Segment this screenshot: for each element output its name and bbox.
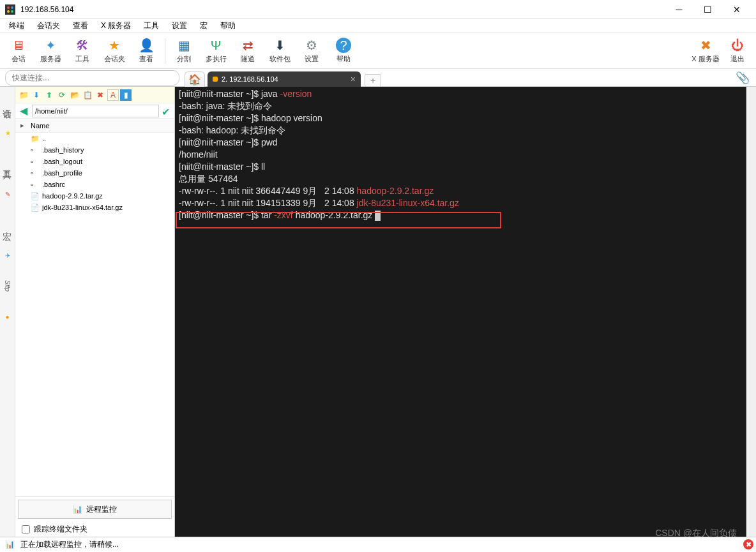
sidestrip-macro[interactable]: 宏 [2,212,13,237]
sftp-upload-icon[interactable]: ⬆ [43,89,55,101]
menu-macro[interactable]: 宏 [193,19,214,33]
sidestrip-tools[interactable]: 工具 [2,151,13,176]
app-icon [5,4,15,15]
main-area: 会话 ★ 工具 ✎ 宏 ✈ Sftp ● 📁 ⬇ ⬆ ⟳ 📂 📋 ✖ A ▮ ◀… [0,87,756,537]
menu-settings[interactable]: 设置 [165,19,193,33]
sftp-file-list: 📁..▫.bash_history▫.bash_logout▫.bash_pro… [15,133,174,496]
session-icon: 🖥 [11,38,26,53]
svg-point-4 [11,10,13,13]
tab-close-button[interactable]: × [351,74,356,84]
sidestrip-sftp[interactable]: Sftp [2,273,13,299]
file-icon: 📄 [31,192,40,200]
sftp-toolbar: 📁 ⬇ ⬆ ⟳ 📂 📋 ✖ A ▮ [15,87,174,103]
maximize-button[interactable]: ☐ [693,0,722,19]
menu-xserver[interactable]: X 服务器 [94,19,137,33]
tool-xserver[interactable]: ✖X 服务器 [690,34,722,68]
svg-point-1 [7,6,10,9]
view-icon: 👤 [139,38,154,53]
file-name: hadoop-2.9.2.tar.gz [42,192,103,200]
sftp-view-a-icon[interactable]: A [107,89,119,101]
follow-terminal-checkbox[interactable]: 跟踪终端文件夹 [15,521,174,537]
close-button[interactable]: ✕ [722,0,751,19]
tool-tunnel[interactable]: ⇄隧道 [232,34,264,68]
side-strip: 会话 ★ 工具 ✎ 宏 ✈ Sftp ● [0,87,15,537]
file-icon: ▫ [31,181,40,188]
file-name: .. [42,135,46,142]
list-item[interactable]: ▫.bash_logout [15,156,174,167]
tool-view[interactable]: 👤查看 [130,34,162,68]
attachment-icon[interactable]: 📎 [736,71,750,85]
sftp-bottom: 📊 远程监控 跟踪终端文件夹 [15,496,174,537]
file-name: .bash_profile [42,169,82,177]
menu-help[interactable]: 帮助 [214,19,242,33]
settings-icon: ⚙ [304,38,319,53]
file-name: .bashrc [42,181,65,188]
tab-active[interactable]: 2. 192.168.56.104 × [208,71,361,87]
svg-point-2 [11,6,13,9]
sidestrip-pen[interactable]: ✎ [2,181,13,207]
monitor-icon: 📊 [73,505,82,514]
tab-new-button[interactable]: + [365,74,381,87]
tab-home[interactable]: 🏠 [185,71,205,87]
sftp-path-input[interactable] [32,105,159,117]
tool-multiexec[interactable]: Ψ多执行 [200,34,232,68]
help-icon: ? [336,38,351,53]
status-error-badge: ✖ [743,539,753,549]
sidestrip-star[interactable]: ★ [2,120,13,145]
file-icon: 📄 [31,204,40,212]
sidestrip-plane[interactable]: ✈ [2,242,13,268]
sftp-copy-icon[interactable]: 📋 [82,89,93,101]
tool-help[interactable]: ?帮助 [328,34,359,68]
sftp-download-icon[interactable]: ⬇ [31,89,42,101]
terminal[interactable]: [niit@niit-master ~]$ java -version -bas… [175,87,746,537]
list-item[interactable]: ▫.bash_history [15,144,174,156]
terminal-scrollbar[interactable] [746,87,756,537]
list-item[interactable]: 📁.. [15,133,174,144]
tool-settings[interactable]: ⚙设置 [296,34,328,68]
sftp-newfolder-icon[interactable]: 📂 [69,89,80,101]
svg-point-3 [7,10,10,13]
terminal-tab-icon [213,77,218,82]
list-item[interactable]: ▫.bashrc [15,179,174,190]
remote-monitor-button[interactable]: 📊 远程监控 [18,500,172,519]
sftp-folder-icon[interactable]: 📁 [18,89,29,101]
tool-exit[interactable]: ⏻退出 [722,34,753,68]
sidestrip-dot[interactable]: ● [2,304,13,329]
sftp-ok-icon: ✔ [162,106,172,116]
toolbar-separator [165,38,165,64]
minimize-button[interactable]: ─ [665,0,693,19]
tunnel-icon: ⇄ [240,38,255,53]
list-item[interactable]: 📄hadoop-2.9.2.tar.gz [15,190,174,202]
packages-icon: ⬇ [272,38,287,53]
tool-sessionfolder[interactable]: ★会话夹 [98,34,130,68]
sftp-view-b-icon[interactable]: ▮ [120,89,132,101]
tool-tools[interactable]: 🛠工具 [66,34,98,68]
svg-rect-0 [5,4,15,15]
toolbar: 🖥会话 ✦服务器 🛠工具 ★会话夹 👤查看 ▦分割 Ψ多执行 ⇄隧道 ⬇软件包 … [0,33,756,69]
menu-tools[interactable]: 工具 [137,19,165,33]
follow-checkbox[interactable] [22,525,30,533]
tool-session[interactable]: 🖥会话 [3,34,34,68]
status-monitor-icon: 📊 [5,540,15,550]
list-item[interactable]: 📄jdk-8u231-linux-x64.tar.gz [15,202,174,213]
sftp-panel: 📁 ⬇ ⬆ ⟳ 📂 📋 ✖ A ▮ ◀ ✔ Name 📁..▫.bash_his… [15,87,175,537]
sftp-nav: ◀ ✔ [15,103,174,119]
menu-sessions[interactable]: 会话夹 [31,19,66,33]
sftp-column-header[interactable]: Name [15,119,174,133]
sidestrip-sessions[interactable]: 会话 [2,89,13,115]
menu-terminal[interactable]: 终端 [3,19,31,33]
file-icon: ▫ [31,146,40,154]
quick-connect-input[interactable] [5,70,179,86]
sftp-delete-icon[interactable]: ✖ [94,89,106,101]
window-controls: ─ ☐ ✕ [665,0,751,19]
tool-split[interactable]: ▦分割 [168,34,200,68]
tool-packages[interactable]: ⬇软件包 [264,34,296,68]
menubar: 终端 会话夹 查看 X 服务器 工具 设置 宏 帮助 [0,19,756,33]
sftp-back-button[interactable]: ◀ [18,105,29,117]
sftp-refresh-icon[interactable]: ⟳ [56,89,68,101]
tool-server[interactable]: ✦服务器 [34,34,66,68]
list-item[interactable]: ▫.bash_profile [15,167,174,179]
menu-view[interactable]: 查看 [66,19,94,33]
window-title: 192.168.56.104 [20,5,665,14]
file-icon: 📁 [31,135,40,143]
